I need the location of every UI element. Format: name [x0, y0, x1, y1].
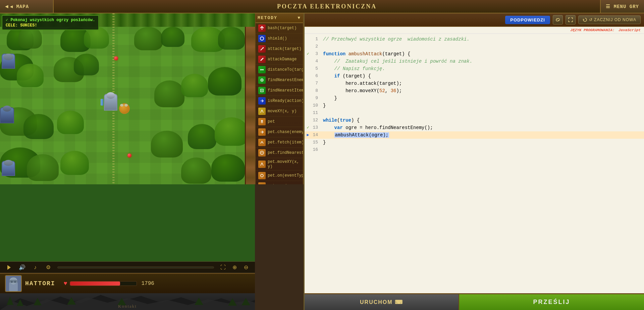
method-item[interactable]: shield(): [256, 34, 303, 44]
tree-cluster: [218, 27, 245, 50]
code-line-14: ▶ 14 ambushAttack(ogre);: [305, 131, 644, 139]
fullscreen-icon-button[interactable]: [566, 15, 576, 24]
restart-label: ↺ ZACZNIJ OD NOWA: [589, 17, 636, 22]
sound-button[interactable]: 🔊: [18, 263, 26, 271]
language-name: JavaScript: [619, 28, 641, 32]
method-icon: [258, 108, 266, 115]
progress-bar[interactable]: [57, 266, 214, 268]
method-label: pet.fetch(item): [268, 140, 304, 145]
tree-cluster: [188, 124, 216, 149]
code-top-bar: PODPOWIEDZI ↺ ZACZNIJ OD NOWA: [305, 13, 644, 27]
restart-button[interactable]: ↺ ZACZNIJ OD NOWA: [578, 15, 641, 24]
music-button[interactable]: ♪: [31, 263, 39, 271]
method-icon: [258, 182, 266, 184]
code-line-11: 11: [305, 109, 644, 117]
code-line-10: 10 }: [305, 102, 644, 109]
method-icon: [258, 56, 266, 63]
goal-message: CELE: SUKCES!: [6, 23, 95, 28]
settings-button[interactable]: ⚙: [44, 263, 52, 271]
back-arrow-icon: ◀: [5, 3, 8, 10]
method-label: findNearestEnemy(): [268, 78, 304, 82]
tree-cluster: [27, 154, 59, 181]
play-button[interactable]: [5, 263, 13, 271]
method-item[interactable]: pet.findNearestBy_...: [256, 148, 303, 158]
code-line-12: 12 while(true) {: [305, 117, 644, 124]
tree-cluster: [154, 80, 184, 107]
fullscreen-button[interactable]: ⛶: [219, 263, 227, 271]
code-line-6: 6 if (target) {: [305, 72, 644, 80]
svg-point-20: [262, 69, 264, 70]
tree-cluster: [181, 158, 211, 184]
pet: [119, 103, 131, 115]
code-line-2: 2: [305, 43, 644, 50]
method-label: isReady(action): [268, 99, 304, 103]
method-icon: [258, 66, 266, 73]
method-item[interactable]: bash(target): [256, 23, 303, 34]
code-line-1: 1 // Przechwyć wszystkie ogrze wiadomośc…: [305, 36, 644, 43]
tree-cluster: [181, 74, 208, 97]
run-button[interactable]: URUCHOM ⌨: [305, 294, 459, 310]
header: ◀ ◀ MAPA POCZTA ELEKTRONICZNA ☰ MENU GRY: [0, 0, 644, 13]
language-label-text: JĘZYK PROGRAMOWANIA:: [570, 28, 614, 32]
hint-button[interactable]: PODPOWIEDZI: [505, 16, 550, 24]
submit-button[interactable]: PRZEŚLIJ: [459, 294, 644, 310]
method-icon: [258, 128, 266, 136]
method-icon: [258, 172, 266, 179]
method-icon: [258, 76, 266, 84]
svg-rect-5: [9, 280, 17, 283]
method-item[interactable]: pet.on(eventType,...: [256, 171, 303, 181]
code-line-5: 5 // Napisz funkcję.: [305, 65, 644, 72]
methods-panel: METODY ▼ bash(target) shield() attack(ta…: [255, 13, 304, 184]
methods-expand-icon[interactable]: ▼: [298, 15, 301, 20]
svg-marker-0: [7, 265, 11, 270]
method-item[interactable]: pet: [256, 117, 303, 127]
player-avatar: [5, 275, 22, 292]
method-item[interactable]: distanceTo(target): [256, 65, 303, 75]
method-item[interactable]: findNearestItem(): [256, 85, 303, 96]
method-item[interactable]: pet.chase(enemy): [256, 127, 303, 137]
methods-header: METODY ▼: [256, 13, 303, 23]
page-title: POCZTA ELEKTRONICZNA: [54, 3, 600, 10]
health-fill: [70, 282, 120, 286]
playback-controls: 🔊 ♪ ⚙ ⛶ ⊕ ⊖: [0, 261, 255, 273]
ogre-left-1: [2, 54, 18, 74]
tree-cluster: [215, 117, 248, 146]
menu-button[interactable]: ☰ MENU GRY: [600, 0, 644, 13]
method-label: moveXY(x, y): [268, 109, 297, 114]
code-bottom-bar: URUCHOM ⌨ PRZEŚLIJ: [305, 293, 644, 310]
method-item[interactable]: attack(target): [256, 44, 303, 54]
code-editor[interactable]: 1 // Przechwyć wszystkie ogrze wiadomośc…: [305, 34, 644, 293]
code-line-13: ✓ 13 var ogre = hero.findNearestEnemy();: [305, 124, 644, 131]
method-label: attackDamage: [268, 57, 297, 62]
method-icon: [258, 24, 266, 32]
methods-title: METODY: [258, 15, 277, 20]
game-area: ✓ Pokonaj wszystkich ogrzy posłańców. CE…: [0, 13, 255, 310]
method-item[interactable]: pet.fetch(item): [256, 137, 303, 148]
method-item[interactable]: isReady(action): [256, 96, 303, 106]
tree-cluster: [57, 111, 84, 134]
status-overlay: ✓ Pokonaj wszystkich ogrzy posłańców. CE…: [2, 15, 99, 30]
svg-point-19: [260, 69, 262, 70]
code-line-3: ✓ 3 function ambushAttack(target) {: [305, 50, 644, 58]
tree-cluster: [134, 27, 163, 50]
method-icon: [258, 161, 266, 168]
game-canvas[interactable]: ✓ Pokonaj wszystkich ogrzy posłańców. CE…: [0, 13, 255, 184]
method-icon: [258, 149, 266, 157]
red-dot: [114, 56, 118, 60]
svg-point-7: [14, 281, 16, 283]
kontakt-link[interactable]: Kontakt: [0, 304, 255, 309]
code-line-9: 9 }: [305, 95, 644, 102]
back-button[interactable]: ◀ ◀ MAPA: [0, 0, 54, 13]
zoom-out-button[interactable]: ⊖: [242, 263, 250, 271]
method-item[interactable]: pet.say(message): [256, 181, 303, 184]
method-item[interactable]: findNearestEnemy(): [256, 75, 303, 85]
method-item[interactable]: moveXY(x, y): [256, 106, 303, 117]
zoom-in-button[interactable]: ⊕: [230, 263, 238, 271]
code-editor-area: PODPOWIEDZI ↺ ZACZNIJ OD NOWA JĘZYK PROG…: [304, 13, 644, 310]
method-item[interactable]: pet.moveXY(x, y): [256, 158, 303, 171]
method-item[interactable]: attackDamage: [256, 54, 303, 65]
ogre-left-2: [0, 107, 17, 127]
link-icon-button[interactable]: [553, 15, 563, 24]
health-bar: [70, 281, 137, 286]
method-label: pet: [268, 119, 275, 124]
